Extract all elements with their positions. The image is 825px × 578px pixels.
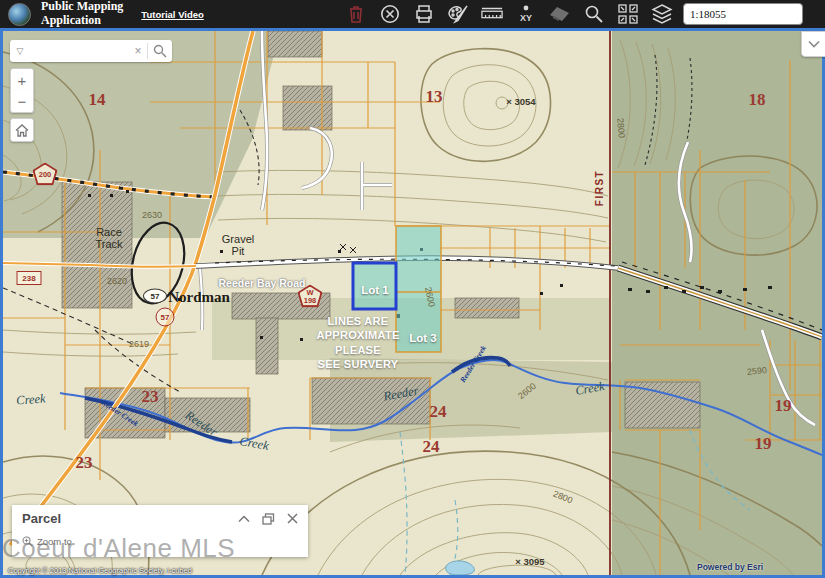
search-dropdown-icon[interactable]: ▽ bbox=[10, 46, 30, 56]
layers-icon[interactable] bbox=[651, 3, 673, 25]
search-clear-icon[interactable]: × bbox=[129, 44, 147, 58]
draw-icon[interactable] bbox=[447, 3, 469, 25]
overview-grid-icon[interactable] bbox=[617, 3, 639, 25]
scale-input[interactable] bbox=[683, 3, 803, 25]
panel-title: Parcel bbox=[22, 511, 61, 526]
panel-dock-icon[interactable] bbox=[262, 513, 275, 525]
toolbar: XY bbox=[345, 3, 673, 25]
search-icon[interactable] bbox=[583, 3, 605, 25]
zoom-to-icon bbox=[22, 536, 33, 547]
svg-text:XY: XY bbox=[520, 13, 532, 23]
panel-collapse-button[interactable] bbox=[801, 31, 825, 57]
zoom-to-link[interactable]: Zoom to bbox=[22, 536, 308, 547]
eraser-icon[interactable] bbox=[549, 3, 571, 25]
map-viewport[interactable] bbox=[0, 28, 825, 578]
zoom-out-button[interactable]: − bbox=[10, 90, 34, 113]
panel-close-icon[interactable] bbox=[287, 513, 298, 524]
home-button[interactable] bbox=[10, 118, 34, 142]
trash-icon[interactable] bbox=[345, 3, 367, 25]
app-title: Public Mapping Application bbox=[41, 0, 123, 28]
app-logo-icon bbox=[8, 3, 31, 26]
tutorial-video-link[interactable]: Tutorial Video bbox=[141, 9, 203, 20]
zoom-in-button[interactable]: + bbox=[10, 68, 34, 92]
panel-collapse-icon[interactable] bbox=[238, 515, 250, 523]
map-canvas[interactable] bbox=[3, 31, 822, 575]
search-submit-icon[interactable] bbox=[148, 44, 172, 58]
measure-icon[interactable] bbox=[481, 3, 503, 25]
close-circle-icon[interactable] bbox=[379, 3, 401, 25]
search-widget: ▽ × bbox=[10, 40, 172, 62]
xy-coordinates-icon[interactable]: XY bbox=[515, 3, 537, 25]
app-header: Public Mapping Application Tutorial Vide… bbox=[0, 0, 825, 28]
print-icon[interactable] bbox=[413, 3, 435, 25]
search-input[interactable] bbox=[30, 42, 129, 60]
parcel-panel: Parcel Zoom to bbox=[12, 505, 308, 557]
